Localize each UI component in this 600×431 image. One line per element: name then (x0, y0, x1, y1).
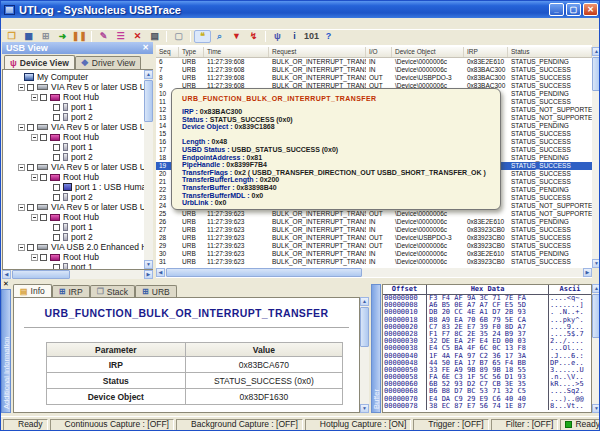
tree-item[interactable]: Root Hub (3, 212, 152, 222)
table-row[interactable]: 31 URB 11:27:39:623 BULK_OR_INTERRUPT_TR… (156, 258, 592, 266)
column-header-irp[interactable]: IRP (464, 47, 508, 57)
table-row[interactable]: 28 URB 11:27:39:623 BULK_OR_INTERRUPT_TR… (156, 234, 592, 242)
collapse-icon[interactable] (31, 134, 38, 141)
menu-item[interactable] (29, 18, 43, 30)
scroll-down-icon[interactable]: ▼ (144, 260, 153, 269)
tree-item[interactable]: port 1 (3, 262, 152, 270)
info-tab[interactable]: ⊞ IRP (52, 285, 90, 297)
bottom-panel-close-icon[interactable]: ✕ (2, 280, 10, 288)
table-row[interactable]: 25 URB 11:27:39:623 BULK_OR_INTERRUPT_TR… (156, 210, 592, 218)
menu-item[interactable] (1, 18, 15, 30)
table-row[interactable]: 6 URB 11:27:39:608 BULK_OR_INTERRUPT_TRA… (156, 58, 592, 66)
menu-item[interactable] (15, 18, 29, 30)
tree-item[interactable]: port 2 (3, 152, 152, 162)
checkbox[interactable] (40, 134, 47, 141)
collapse-icon[interactable] (18, 124, 25, 131)
tree-horizontal-scrollbar[interactable]: ◀ ▶ (2, 270, 153, 279)
tree-item[interactable]: port 2 (3, 112, 152, 122)
checkbox[interactable] (53, 154, 60, 161)
tree-item[interactable]: My Computer (3, 72, 152, 82)
toolbar-button[interactable]: ψ (269, 30, 286, 43)
toolbar-button[interactable]: ↯ (245, 30, 262, 43)
column-header-seq[interactable]: Seq (156, 47, 179, 57)
toolbar-button[interactable]: ? (320, 30, 337, 43)
column-header-type[interactable]: Type (179, 47, 204, 57)
checkbox[interactable] (53, 144, 60, 151)
scrollbar-thumb[interactable] (592, 294, 600, 338)
scrollbar-thumb[interactable] (166, 268, 362, 277)
column-header-time[interactable]: Time (204, 47, 269, 57)
tree-item[interactable]: VIA Rev 5 or later USB Universal Host Co… (3, 82, 152, 92)
checkbox[interactable] (27, 204, 34, 211)
checkbox[interactable] (27, 84, 34, 91)
scrollbar-thumb[interactable] (12, 270, 70, 279)
collapse-icon[interactable] (18, 244, 25, 251)
checkbox[interactable] (27, 124, 34, 131)
table-vertical-scrollbar[interactable]: ▲ ▼ (592, 47, 600, 268)
toolbar-button[interactable]: ▢ (170, 30, 187, 43)
hex-vertical-scrollbar[interactable]: ▲ ▼ (592, 284, 600, 413)
maximize-button[interactable]: ▢ (566, 3, 581, 16)
checkbox[interactable] (53, 184, 60, 191)
info-tab[interactable]: ⊞ URB (135, 285, 177, 297)
toolbar-button[interactable]: 101 (303, 30, 320, 43)
table-row[interactable]: 7 URB 11:27:39:608 BULK_OR_INTERRUPT_TRA… (156, 66, 592, 74)
checkbox[interactable] (40, 174, 47, 181)
checkbox[interactable] (40, 214, 47, 221)
tree-vertical-scrollbar[interactable]: ▲ ▼ (144, 70, 153, 269)
collapse-icon[interactable] (31, 174, 38, 181)
collapse-icon[interactable] (31, 214, 38, 221)
toolbar-button[interactable]: ❝ (194, 30, 211, 43)
checkbox[interactable] (40, 254, 47, 261)
tree-item[interactable]: port 2 (3, 232, 152, 242)
info-vertical-scrollbar[interactable]: ▲ ▼ (360, 297, 369, 413)
column-header-io[interactable]: I/O (366, 47, 392, 57)
scroll-right-icon[interactable]: ▶ (583, 268, 592, 277)
tree-item[interactable]: VIA Rev 5 or later USB Universal Host Co… (3, 122, 152, 132)
info-tab[interactable]: ▤ Info (13, 284, 52, 297)
column-header-device-object[interactable]: Device Object (392, 47, 464, 57)
view-tab[interactable]: ψ Device View (4, 55, 75, 69)
checkbox[interactable] (53, 224, 60, 231)
scroll-up-icon[interactable]: ▲ (360, 297, 369, 306)
scrollbar-thumb[interactable] (592, 57, 600, 91)
scroll-down-icon[interactable]: ▼ (592, 404, 600, 413)
checkbox[interactable] (53, 104, 60, 111)
table-row[interactable]: 8 URB 11:27:39:608 BULK_OR_INTERRUPT_TRA… (156, 74, 592, 82)
scroll-right-icon[interactable]: ▶ (144, 270, 153, 279)
scrollbar-thumb[interactable] (144, 80, 153, 122)
tree-item[interactable]: Root Hub (3, 172, 152, 182)
tree-item[interactable]: port 1 (3, 222, 152, 232)
checkbox[interactable] (53, 194, 60, 201)
toolbar-button[interactable]: i (286, 30, 303, 43)
menu-item[interactable] (57, 18, 71, 30)
scroll-up-icon[interactable]: ▲ (592, 47, 600, 56)
table-row[interactable]: 26 URB 11:27:39:623 BULK_OR_INTERRUPT_TR… (156, 218, 592, 226)
view-tab[interactable]: ❖ Driver View (75, 56, 141, 69)
scroll-down-icon[interactable]: ▼ (592, 259, 600, 268)
tree-item[interactable]: Root Hub (3, 92, 152, 102)
scroll-left-icon[interactable]: ◀ (156, 268, 165, 277)
column-header-request[interactable]: Request (269, 47, 366, 57)
table-row[interactable]: 30 URB 11:27:39:623 BULK_OR_INTERRUPT_TR… (156, 250, 592, 258)
checkbox[interactable] (27, 164, 34, 171)
menu-item[interactable] (43, 18, 57, 30)
tree-item[interactable]: port 2 (3, 192, 152, 202)
table-horizontal-scrollbar[interactable]: ◀ ▶ (156, 268, 592, 277)
tree-item[interactable]: Root Hub (3, 252, 152, 262)
tree-item[interactable]: VIA Rev 5 or later USB Universal Host Co… (3, 162, 152, 172)
scroll-up-icon[interactable]: ▲ (592, 284, 600, 293)
tree-item[interactable]: port 1 (3, 142, 152, 152)
checkbox[interactable] (53, 234, 60, 241)
info-tab[interactable]: ❐ Stack (90, 285, 135, 297)
toolbar-button[interactable]: ▼ (228, 30, 245, 43)
tree-item[interactable]: VIA Rev 5 or later USB Universal Host Co… (3, 202, 152, 212)
checkbox[interactable] (53, 114, 60, 121)
checkbox[interactable] (27, 244, 34, 251)
minimize-button[interactable]: _ (549, 3, 564, 16)
close-button[interactable]: ✕ (583, 3, 598, 16)
collapse-icon[interactable] (31, 254, 38, 261)
collapse-icon[interactable] (18, 204, 25, 211)
scroll-left-icon[interactable]: ◀ (2, 270, 11, 279)
scrollbar-thumb[interactable] (360, 307, 369, 347)
